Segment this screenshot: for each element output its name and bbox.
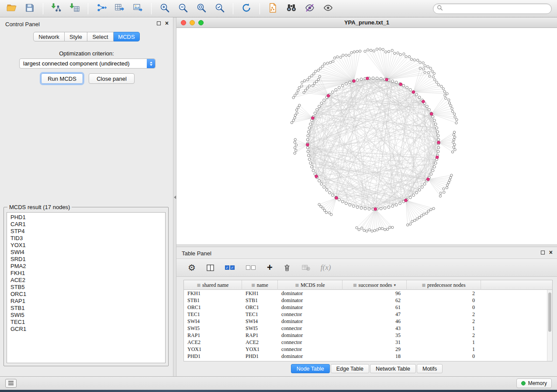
show-hide-button[interactable]	[320, 2, 336, 16]
table-row[interactable]: TEC1TEC1connector472	[184, 311, 547, 318]
delete-row-icon[interactable]	[283, 262, 291, 273]
table-row[interactable]: RAP1RAP1dominator352	[184, 332, 547, 339]
cell-predecessor-nodes: 0	[407, 297, 481, 304]
table-panel-header: Table Panel ×	[176, 247, 557, 259]
column-header-predecessor-nodes[interactable]: ▦predecessor nodes	[407, 280, 481, 290]
cell-name: SWI5	[242, 325, 278, 332]
network-window-titlebar[interactable]: YPA_prune.txt_1	[176, 17, 557, 28]
export-network-button[interactable]	[93, 2, 109, 16]
mcds-result-item[interactable]: SWI4	[7, 249, 165, 256]
refresh-view-button[interactable]	[239, 2, 254, 16]
table-row[interactable]: ORC1ORC1dominator610	[184, 304, 547, 311]
column-header-MCDS-role[interactable]: ▦MCDS role	[278, 280, 343, 290]
panel-menu-button[interactable]	[5, 379, 17, 388]
cell-shared-name: SWI5	[184, 325, 242, 332]
table-row[interactable]: ACE2ACE2connector311	[184, 339, 547, 346]
mcds-result-item[interactable]: ACE2	[7, 277, 165, 284]
close-panel-button[interactable]: Close panel	[89, 73, 135, 84]
zoom-out-button[interactable]	[175, 2, 191, 16]
mcds-result-item[interactable]: STB1	[7, 305, 165, 312]
tab-network-table[interactable]: Network Table	[370, 364, 416, 373]
mcds-result-item[interactable]: SRD1	[7, 256, 165, 263]
find-button[interactable]	[284, 2, 299, 16]
tab-motifs[interactable]: Motifs	[417, 364, 443, 373]
float-panel-icon[interactable]	[541, 251, 545, 254]
export-table-button[interactable]	[112, 2, 128, 16]
table-row[interactable]: YOX1YOX1connector291	[184, 346, 547, 353]
settings-gear-icon[interactable]: ⚙	[188, 262, 196, 273]
show-columns-icon[interactable]	[206, 262, 214, 273]
table-row[interactable]: FKH1FKH1dominator962	[184, 290, 547, 297]
table-row[interactable]: SWI5SWI5connector431	[184, 325, 547, 332]
mcds-result-item[interactable]: TEC1	[7, 319, 165, 326]
tab-network[interactable]: Network	[33, 32, 65, 41]
export-image-button[interactable]	[130, 2, 146, 16]
tab-edge-table[interactable]: Edge Table	[331, 364, 369, 373]
function-builder-icon[interactable]: f(x)	[321, 262, 331, 273]
table-scrollbar[interactable]	[547, 290, 552, 361]
table-row[interactable]: STB1STB1dominator620	[184, 297, 547, 304]
zoom-selected-button[interactable]	[212, 2, 228, 16]
save-session-button[interactable]	[22, 2, 38, 16]
mcds-result-item[interactable]: CAR1	[7, 221, 165, 228]
zoom-fit-button[interactable]	[194, 2, 209, 16]
cell-MCDS-role: dominator	[278, 297, 343, 304]
close-panel-icon[interactable]: ×	[549, 250, 553, 254]
import-table-button[interactable]	[67, 2, 83, 16]
run-mcds-button[interactable]: Run MCDS	[41, 73, 83, 84]
column-header-shared-name[interactable]: ▦shared name	[184, 280, 242, 290]
column-header-name[interactable]: ▦name	[242, 280, 278, 290]
deselect-all-checkboxes-icon[interactable]	[246, 262, 256, 273]
mcds-result-item[interactable]: GCR1	[7, 326, 165, 333]
table-row[interactable]: PHD1PHD1dominator180	[184, 353, 547, 360]
cell-shared-name: SWI4	[184, 318, 242, 325]
column-header-successor-nodes[interactable]: ▦successor nodes▾	[343, 280, 407, 290]
maximize-window-icon[interactable]	[198, 20, 204, 25]
network-window-title: YPA_prune.txt_1	[344, 19, 389, 26]
mcds-result-item[interactable]: ORC1	[7, 291, 165, 298]
mcds-result-item[interactable]: SWI5	[7, 312, 165, 319]
network-canvas[interactable]	[176, 28, 557, 244]
graphics-details-button[interactable]	[302, 2, 318, 16]
vertical-splitter[interactable]	[173, 17, 176, 376]
mcds-result-item[interactable]: RAP1	[7, 298, 165, 305]
mcds-result-item[interactable]: STP4	[7, 228, 165, 235]
cell-shared-name: ORC1	[184, 304, 242, 311]
mcds-result-item[interactable]: STB5	[7, 284, 165, 291]
memory-button[interactable]: Memory	[516, 378, 552, 388]
control-panel-title: Control Panel	[5, 21, 40, 28]
float-panel-icon[interactable]	[157, 21, 161, 25]
mcds-result-item[interactable]: PHD1	[7, 214, 165, 221]
search-box[interactable]	[433, 3, 552, 14]
optimization-criterion-label: Optimization criterion:	[0, 50, 173, 57]
network-from-selection-button[interactable]	[265, 2, 281, 16]
scrollbar-thumb[interactable]	[548, 292, 551, 332]
open-file-button[interactable]	[3, 2, 19, 16]
application-window: Control Panel × NetworkStyleSelectMCDS O…	[0, 0, 557, 392]
minimize-window-icon[interactable]	[190, 20, 195, 25]
tab-mcds[interactable]: MCDS	[114, 32, 140, 41]
tab-style[interactable]: Style	[65, 32, 87, 41]
zoom-in-button[interactable]	[157, 2, 173, 16]
search-input[interactable]	[443, 6, 548, 12]
collapse-arrow-icon[interactable]	[174, 196, 176, 199]
close-panel-icon[interactable]: ×	[165, 21, 169, 25]
close-window-icon[interactable]	[181, 20, 186, 25]
memory-status-icon	[521, 381, 526, 385]
tab-node-table[interactable]: Node Table	[291, 364, 330, 373]
mcds-result-item[interactable]: TID3	[7, 235, 165, 242]
select-all-checkboxes-icon[interactable]: ✓✓	[225, 262, 235, 273]
mcds-result-item[interactable]: FKH1	[7, 270, 165, 277]
mcds-result-item[interactable]: PMA2	[7, 263, 165, 270]
tab-select[interactable]: Select	[87, 32, 114, 41]
table-body: FKH1FKH1dominator962STB1STB1dominator620…	[184, 290, 547, 361]
add-row-icon[interactable]: +	[267, 262, 273, 273]
zoom-selected-icon	[214, 3, 225, 15]
control-panel: Control Panel × NetworkStyleSelectMCDS O…	[0, 17, 173, 376]
table-row[interactable]: SWI4SWI4dominator462	[184, 318, 547, 325]
import-network-button[interactable]	[48, 2, 64, 16]
table-tabs: Node TableEdge TableNetwork TableMotifs	[176, 364, 557, 373]
delete-table-icon[interactable]	[301, 262, 310, 273]
optimization-criterion-select[interactable]: largest connected component (undirected)	[19, 58, 156, 69]
mcds-result-item[interactable]: YOX1	[7, 242, 165, 249]
